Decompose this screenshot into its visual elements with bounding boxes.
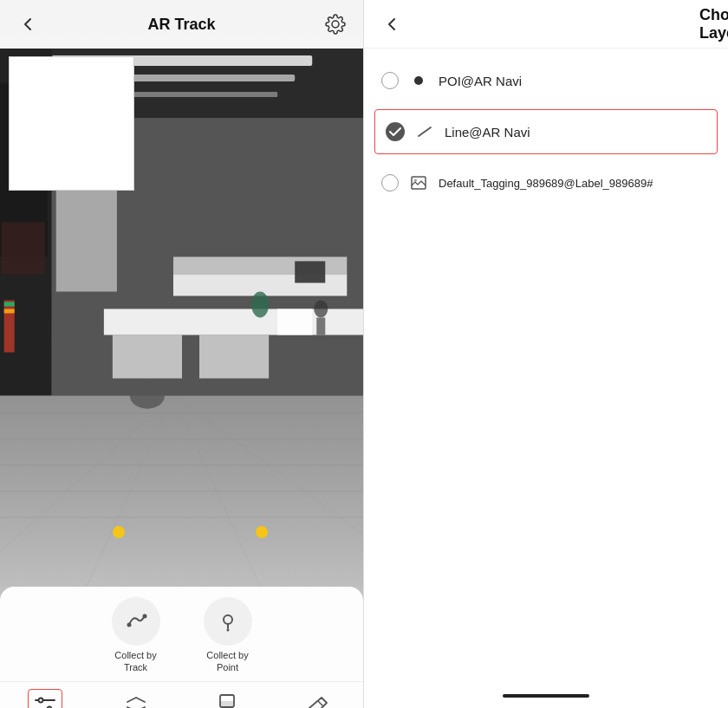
checkmark-line — [386, 122, 405, 141]
line-type-icon — [415, 122, 434, 141]
left-title: AR Track — [147, 16, 215, 34]
svg-point-38 — [226, 629, 229, 632]
svg-line-50 — [419, 127, 431, 136]
svg-rect-44 — [220, 701, 234, 707]
poi-type-icon — [409, 71, 428, 90]
svg-rect-25 — [316, 318, 325, 335]
image-icon — [411, 176, 426, 190]
right-title: Choose Layer — [699, 6, 728, 42]
svg-rect-17 — [199, 335, 269, 379]
svg-point-37 — [224, 615, 232, 624]
left-header: AR Track — [0, 0, 363, 49]
svg-point-24 — [314, 300, 328, 317]
svg-point-19 — [130, 383, 165, 409]
stamp-nav-button[interactable] — [210, 689, 244, 708]
layer-list: POI@AR Navi Line@AR Navi — [364, 49, 728, 375]
settings-button[interactable] — [322, 10, 349, 38]
back-icon — [20, 16, 36, 32]
arrows-nav-button[interactable] — [119, 689, 153, 708]
radio-poi[interactable] — [381, 72, 399, 89]
svg-rect-9 — [4, 309, 15, 313]
home-indicator-right — [503, 694, 589, 698]
svg-point-23 — [251, 291, 269, 317]
erase-nav-button[interactable] — [301, 689, 335, 708]
svg-point-40 — [39, 698, 43, 702]
action-buttons: Collect byTrack Collect byPoint — [0, 587, 363, 681]
collect-point-label: Collect byPoint — [206, 649, 248, 674]
svg-rect-22 — [295, 261, 325, 283]
layer-item-poi[interactable]: POI@AR Navi — [364, 55, 728, 106]
bottom-toolbar: Collect byTrack Collect byPoint — [0, 587, 363, 708]
stamp-icon — [217, 693, 237, 708]
svg-point-52 — [414, 179, 417, 182]
filters-icon — [34, 696, 56, 708]
collect-point-icon-bg — [204, 597, 252, 646]
radio-tagging[interactable] — [381, 174, 399, 192]
svg-point-35 — [127, 623, 131, 627]
collect-track-label: Collect byTrack — [114, 649, 156, 674]
svg-line-47 — [318, 701, 323, 706]
collect-track-icon-bg — [112, 597, 160, 646]
left-panel: AR Track Collect byTrack — [0, 0, 364, 708]
right-header: Choose Layer — [364, 0, 728, 49]
line-icon — [417, 126, 432, 138]
back-button[interactable] — [14, 10, 42, 38]
filters-nav-button[interactable] — [28, 689, 62, 708]
collect-point-icon — [216, 609, 240, 633]
dot-icon — [414, 76, 423, 85]
settings-icon — [325, 14, 346, 35]
check-icon — [389, 127, 401, 136]
svg-point-49 — [414, 76, 423, 85]
collect-track-button[interactable]: Collect byTrack — [112, 597, 160, 674]
svg-rect-8 — [4, 302, 15, 306]
svg-rect-16 — [113, 335, 182, 379]
collect-point-button[interactable]: Collect byPoint — [204, 597, 252, 674]
collect-track-icon — [124, 609, 148, 633]
ar-marker-dot-1 — [113, 526, 125, 538]
ar-marker-dot-2 — [256, 526, 268, 538]
tagging-type-icon — [409, 173, 428, 192]
layer-item-line[interactable]: Line@AR Navi — [374, 109, 718, 154]
map-overlay — [9, 56, 134, 191]
right-back-icon — [384, 16, 400, 32]
right-back-button[interactable] — [378, 10, 406, 38]
right-panel: Choose Layer POI@AR Navi — [364, 0, 728, 708]
arrows-icon — [124, 695, 148, 708]
layer-label-line: Line@AR Navi — [445, 125, 530, 140]
layer-label-poi: POI@AR Navi — [439, 74, 522, 88]
erase-icon — [306, 694, 330, 708]
svg-rect-7 — [4, 300, 15, 352]
layer-item-tagging[interactable]: Default_Tagging_989689@Label_989689# — [364, 158, 728, 208]
svg-point-36 — [142, 614, 146, 619]
bottom-nav — [0, 681, 363, 708]
svg-rect-6 — [2, 222, 45, 274]
layer-label-tagging: Default_Tagging_989689@Label_989689# — [439, 177, 653, 190]
